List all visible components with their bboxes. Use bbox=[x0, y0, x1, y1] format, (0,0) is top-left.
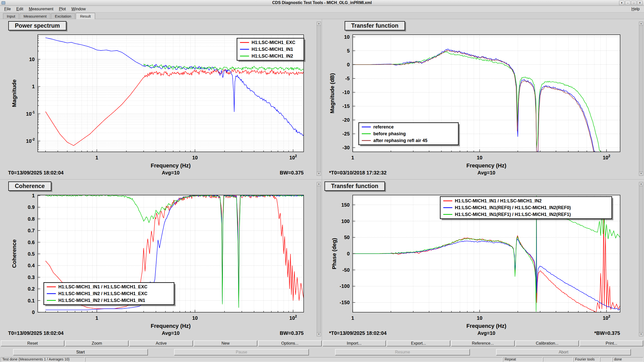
footer-bw: BW=0.375 bbox=[280, 330, 304, 336]
menu-file[interactable]: File bbox=[2, 6, 14, 12]
footer-avg: Avg=10 bbox=[477, 170, 495, 175]
scroll-track[interactable] bbox=[639, 26, 643, 172]
footer-avg: Avg=10 bbox=[162, 330, 180, 336]
menu-window[interactable]: Window bbox=[69, 6, 89, 12]
legend-label-h1-lsc-mich1-in2: H1:LSC-MICH1_IN2 bbox=[252, 54, 293, 59]
titlebar[interactable]: CDS Diagnostic Test Tools - MICH_OLG_inP… bbox=[0, 0, 644, 6]
reference-button[interactable]: Reference... bbox=[451, 340, 515, 346]
footer-avg: Avg=10 bbox=[477, 330, 495, 336]
y-axis-label: Magnitude (dB) bbox=[329, 73, 335, 113]
y-tick-label: 0.7 bbox=[28, 228, 35, 233]
scroll-up-icon[interactable]: ▲ bbox=[639, 22, 643, 26]
maximize-button[interactable]: □ bbox=[631, 1, 636, 5]
legend-label-h1-lsc-mich1-in1-ref1-h1-lsc-mich1-in2-ref1: H1:LSC-MICH1_IN1(REF1) / H1:LSC-MICH1_IN… bbox=[455, 212, 571, 217]
footer-t0: T0=13/09/2025 18:02:04 bbox=[8, 330, 64, 336]
plot-canvas-3[interactable]: 110102150100500-50-100-150Frequency (Hz)… bbox=[322, 179, 644, 340]
export-button[interactable]: Export... bbox=[387, 340, 450, 346]
y-tick-label: 10-2 bbox=[26, 137, 35, 144]
close-button[interactable]: ✕ bbox=[637, 1, 642, 5]
x-tick-label: 102 bbox=[603, 314, 610, 321]
y-axis-label: Phase (deg) bbox=[331, 238, 337, 269]
import-button[interactable]: Import... bbox=[323, 340, 386, 346]
x-tick-label: 10 bbox=[477, 155, 482, 160]
legend: H1:LSC-MICH1_EXCH1:LSC-MICH1_IN1H1:LSC-M… bbox=[237, 38, 305, 62]
y-tick-label: -25 bbox=[342, 131, 350, 137]
y-tick-label: 0.3 bbox=[28, 275, 35, 280]
tab-measurement[interactable]: Measurement bbox=[20, 13, 50, 19]
y-tick-label: -50 bbox=[342, 267, 350, 273]
menu-help[interactable]: Help bbox=[629, 6, 642, 12]
y-tick-label: 10 bbox=[344, 34, 350, 40]
status-done: done bbox=[613, 357, 643, 362]
options-button[interactable]: Options... bbox=[258, 340, 322, 346]
y-tick-label: -5 bbox=[345, 76, 350, 81]
panel-title-0: Power spectrum bbox=[8, 21, 66, 30]
panel-scrollbar-3[interactable]: ▲▼ bbox=[639, 182, 643, 336]
minimize-button[interactable]: – bbox=[625, 1, 630, 5]
x-tick-label: 10 bbox=[192, 155, 198, 160]
x-tick-label: 10 bbox=[192, 315, 198, 321]
x-axis-label: Frequency (Hz) bbox=[466, 162, 506, 169]
start-button[interactable]: Start bbox=[13, 349, 148, 355]
x-tick-label: 1 bbox=[351, 155, 354, 160]
panel-title-1: Transfer function bbox=[345, 21, 405, 30]
resume-button: Resume bbox=[335, 349, 470, 355]
y-tick-label: 10-1 bbox=[26, 110, 35, 117]
footer-t0: *T0=03/10/2018 17:32:32 bbox=[329, 170, 387, 175]
shade-button[interactable]: ▾ bbox=[619, 1, 624, 5]
legend: referencebefore phasingafter rephasing r… bbox=[359, 123, 460, 146]
y-tick-label: 10 bbox=[29, 57, 35, 62]
panel-title-3: Transfer function bbox=[325, 182, 385, 191]
y-tick-label: 0.4 bbox=[28, 263, 35, 268]
panel-scrollbar-0[interactable]: ▲▼ bbox=[317, 22, 321, 176]
scroll-track[interactable] bbox=[639, 186, 643, 332]
panel-scrollbar-1[interactable]: ▲▼ bbox=[639, 22, 643, 176]
statusbar: Test done (Measurements 1 / Averages 10)… bbox=[0, 357, 644, 362]
zoom-button[interactable]: Zoom bbox=[65, 340, 129, 346]
active-button[interactable]: Active bbox=[129, 340, 193, 346]
menu-measurement[interactable]: Measurement bbox=[26, 6, 56, 12]
scroll-up-icon[interactable]: ▲ bbox=[317, 22, 321, 26]
legend-label-h1-lsc-mich1-in2-h1-lsc-mich1-in1: H1:LSC-MICH1_IN2 / H1:LSC-MICH1_IN1 bbox=[58, 298, 145, 303]
legend-label-h1-lsc-mich1-in2-h1-lsc-mich1-exc: H1:LSC-MICH1_IN2 / H1:LSC-MICH1_EXC bbox=[58, 291, 147, 296]
y-tick-label: -20 bbox=[342, 117, 350, 123]
x-tick-label: 10 bbox=[477, 315, 482, 321]
plot-canvas-0[interactable]: 11010210110-110-2Frequency (Hz)Magnitude… bbox=[0, 19, 322, 179]
new-button[interactable]: New bbox=[194, 340, 257, 346]
menubar: FileEditMeasurementPlotWindowHelp bbox=[0, 6, 644, 13]
plot-canvas-1[interactable]: 1101021050-5-10-15-20-25-30Frequency (Hz… bbox=[322, 19, 644, 179]
print-button[interactable]: Print... bbox=[580, 340, 643, 346]
reset-button[interactable]: Reset bbox=[1, 340, 64, 346]
y-tick-label: -15 bbox=[342, 103, 350, 109]
y-tick-label: -10 bbox=[342, 89, 350, 95]
y-tick-label: 50 bbox=[344, 235, 350, 240]
scroll-track[interactable] bbox=[317, 186, 321, 332]
y-tick-label: -30 bbox=[342, 145, 350, 150]
plot-canvas-2[interactable]: 11010210.90.80.70.60.50.40.30.20.10Frequ… bbox=[0, 179, 322, 340]
calibration-button[interactable]: Calibration... bbox=[515, 340, 579, 346]
panel-scrollbar-2[interactable]: ▲▼ bbox=[317, 182, 321, 336]
scroll-down-icon[interactable]: ▼ bbox=[639, 332, 643, 336]
scroll-down-icon[interactable]: ▼ bbox=[317, 172, 321, 176]
status-field-3 bbox=[600, 357, 612, 362]
legend: H1:LSC-MICH1_IN1 / H1:LSC-MICH1_EXCH1:LS… bbox=[44, 283, 176, 306]
scroll-track[interactable] bbox=[317, 26, 321, 172]
scroll-down-icon[interactable]: ▼ bbox=[317, 332, 321, 336]
scroll-up-icon[interactable]: ▲ bbox=[317, 182, 321, 186]
status-message: Test done (Measurements 1 / Averages 10) bbox=[1, 357, 85, 362]
tab-result[interactable]: Result bbox=[76, 13, 95, 19]
x-tick-label: 1 bbox=[95, 315, 98, 321]
tab-excitation[interactable]: Excitation bbox=[51, 13, 75, 19]
scroll-down-icon[interactable]: ▼ bbox=[639, 172, 643, 176]
tab-input[interactable]: Input bbox=[3, 13, 19, 19]
y-tick-label: 5 bbox=[347, 48, 350, 54]
legend-label-after-rephasing-refl-air-45: after rephasing refl air 45 bbox=[373, 138, 427, 143]
menu-plot[interactable]: Plot bbox=[56, 6, 69, 12]
scroll-up-icon[interactable]: ▲ bbox=[639, 182, 643, 186]
y-tick-label: 1 bbox=[32, 193, 35, 198]
footer-t0: T0=13/09/2025 18:02:04 bbox=[8, 170, 64, 175]
legend-label-h1-lsc-mich1-exc: H1:LSC-MICH1_EXC bbox=[252, 40, 295, 45]
y-tick-label: 0.8 bbox=[28, 216, 35, 222]
y-tick-label: 0.2 bbox=[28, 286, 35, 292]
menu-edit[interactable]: Edit bbox=[14, 6, 26, 12]
